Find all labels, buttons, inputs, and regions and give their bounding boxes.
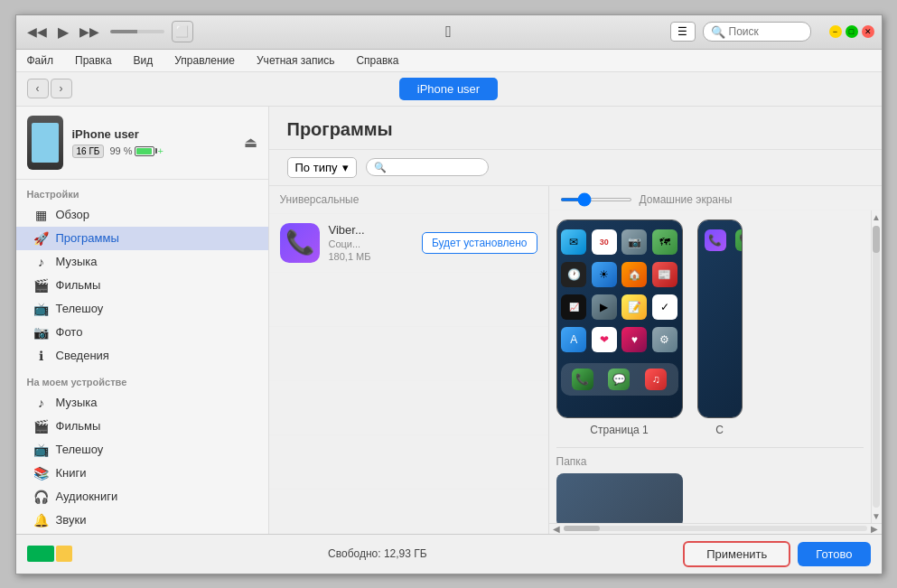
sidebar-item-info[interactable]: ℹ Сведения bbox=[16, 344, 268, 368]
phone-dock-icon[interactable]: 📞 bbox=[572, 369, 593, 390]
sidebar-item-dev-books[interactable]: 📚 Книги bbox=[16, 462, 268, 485]
app-item-viber[interactable]: 📞 Viber... Соци... 180,1 МБ Будет устано… bbox=[269, 214, 548, 273]
sidebar-item-dev-music[interactable]: ♪ Музыка bbox=[16, 391, 268, 415]
fast-forward-button[interactable]: ▶▶ bbox=[76, 23, 103, 41]
play-button[interactable]: ▶ bbox=[54, 22, 72, 42]
menu-help[interactable]: Справка bbox=[352, 52, 402, 69]
horiz-scroll-thumb[interactable] bbox=[564, 526, 600, 531]
eject-button[interactable]: ⏏ bbox=[244, 134, 257, 151]
stocks-icon[interactable]: 📈 bbox=[561, 294, 586, 320]
nav-buttons: ‹ › bbox=[27, 79, 72, 98]
sidebar-item-dev-audiobooks[interactable]: 🎧 Аудиокниги bbox=[16, 485, 268, 509]
sidebar-item-label: Фильмы bbox=[56, 278, 101, 292]
horizontal-scrollbar[interactable]: ◀ ▶ bbox=[549, 523, 882, 534]
list-view-button[interactable]: ☰ bbox=[670, 22, 696, 42]
empty-app-slot-1 bbox=[269, 273, 548, 327]
apps-search-box[interactable]: 🔍 bbox=[366, 158, 489, 176]
scroll-up-arrow[interactable]: ▲ bbox=[872, 212, 881, 222]
menu-view[interactable]: Вид bbox=[130, 52, 157, 69]
folder-preview[interactable] bbox=[556, 473, 683, 523]
music-dock-icon[interactable]: ♫ bbox=[645, 369, 667, 390]
videos-icon[interactable]: ▶ bbox=[592, 294, 617, 320]
fitness-icon[interactable]: ♥ bbox=[621, 327, 647, 352]
airplay-icon: ⬜ bbox=[175, 25, 189, 38]
health-icon[interactable]: ❤ bbox=[592, 327, 617, 352]
sidebar-item-tvshows[interactable]: 📺 Телешоу bbox=[16, 297, 268, 321]
maximize-button[interactable]: □ bbox=[846, 25, 858, 38]
scrollbar-track[interactable] bbox=[873, 226, 880, 508]
iphone-screen-2[interactable]: 📞 📞 bbox=[697, 219, 743, 418]
nav-forward-button[interactable]: › bbox=[51, 79, 72, 98]
viber-home-icon[interactable]: 📞 bbox=[705, 229, 726, 251]
search-icon: 🔍 bbox=[711, 25, 725, 39]
sidebar-item-music[interactable]: ♪ Музыка bbox=[16, 250, 268, 274]
notes-icon[interactable]: 📝 bbox=[621, 294, 647, 320]
appstore-icon[interactable]: A bbox=[561, 327, 586, 352]
content-header: Программы bbox=[269, 107, 882, 150]
camera-icon[interactable]: 📷 bbox=[621, 229, 647, 255]
news-icon[interactable]: 📰 bbox=[652, 262, 677, 287]
playback-controls: ◀◀ ▶ ▶▶ ⬜ bbox=[23, 21, 670, 42]
mail-icon[interactable]: ✉ bbox=[561, 229, 586, 255]
dev-books-icon: 📚 bbox=[34, 466, 49, 481]
folder-section: Папка bbox=[556, 447, 864, 523]
sidebar-item-dev-tvshows[interactable]: 📺 Телешоу bbox=[16, 438, 268, 462]
apply-button[interactable]: Применить bbox=[683, 541, 790, 567]
home-screens-scroll[interactable]: ✉ 30 📷 🗺 🕐 ☀ 🏠 📰 📈 bbox=[549, 210, 871, 523]
sidebar-item-dev-movies[interactable]: 🎬 Фильмы bbox=[16, 415, 268, 438]
sidebar-item-label: Книги bbox=[56, 466, 87, 480]
sidebar-item-overview[interactable]: ▦ Обзор bbox=[16, 203, 268, 227]
scroll-left-arrow[interactable]: ◀ bbox=[553, 524, 560, 534]
scroll-down-arrow[interactable]: ▼ bbox=[872, 511, 881, 521]
clock-icon[interactable]: 🕐 bbox=[561, 262, 586, 287]
minimize-button[interactable]: − bbox=[829, 25, 842, 38]
main-layout: iPhone user 16 ГБ 99 % + ⏏ Настрой bbox=[16, 107, 882, 534]
sidebar-item-label: Программы bbox=[56, 231, 119, 245]
menu-file[interactable]: Файл bbox=[23, 52, 58, 69]
screen-2-label: С bbox=[715, 424, 724, 436]
screens-zoom-slider[interactable] bbox=[560, 198, 632, 201]
menu-manage[interactable]: Управление bbox=[171, 52, 238, 69]
horiz-scroll-track[interactable] bbox=[564, 526, 867, 531]
device-tag[interactable]: iPhone user bbox=[399, 78, 498, 100]
calendar-icon[interactable]: 30 bbox=[592, 229, 617, 255]
reminders-icon[interactable]: ✓ bbox=[652, 294, 677, 320]
weather-icon[interactable]: ☀ bbox=[592, 262, 617, 287]
type-filter-select[interactable]: По типу ▾ bbox=[287, 157, 358, 178]
airplay-button[interactable]: ⬜ bbox=[172, 21, 193, 42]
storage-used-block bbox=[27, 546, 54, 562]
global-search-box[interactable]: 🔍 bbox=[703, 22, 811, 42]
apps-search-input[interactable] bbox=[390, 161, 481, 173]
menu-account[interactable]: Учетная запись bbox=[253, 52, 338, 69]
right-scrollbar[interactable]: ▲ ▼ bbox=[871, 210, 882, 523]
screen-1-label: Страница 1 bbox=[590, 424, 648, 436]
sidebar-item-label: Фильмы bbox=[56, 419, 101, 433]
menu-edit[interactable]: Правка bbox=[71, 52, 116, 69]
device-capacity: 16 ГБ bbox=[72, 145, 105, 158]
sidebar-item-dev-tones[interactable]: 🔔 Звуки bbox=[16, 509, 268, 532]
battery-percent: 99 % bbox=[109, 145, 132, 156]
sidebar-item-apps[interactable]: 🚀 Программы bbox=[16, 227, 268, 250]
iphone-screen-1[interactable]: ✉ 30 📷 🗺 🕐 ☀ 🏠 📰 📈 bbox=[556, 219, 683, 418]
sidebar-item-movies[interactable]: 🎬 Фильмы bbox=[16, 274, 268, 297]
app-action-button[interactable]: Будет установлено bbox=[422, 232, 537, 254]
screens-row: ✉ 30 📷 🗺 🕐 ☀ 🏠 📰 📈 bbox=[556, 219, 864, 436]
apps-search-icon: 🔍 bbox=[374, 162, 387, 173]
phone-home-icon[interactable]: 📞 bbox=[735, 229, 743, 251]
rewind-button[interactable]: ◀◀ bbox=[23, 23, 51, 41]
sidebar-item-photos[interactable]: 📷 Фото bbox=[16, 321, 268, 344]
done-button[interactable]: Готово bbox=[798, 542, 870, 566]
menu-bar: Файл Правка Вид Управление Учетная запис… bbox=[16, 50, 882, 72]
home-icon[interactable]: 🏠 bbox=[621, 262, 647, 287]
device-storage-row: 16 ГБ 99 % + bbox=[72, 145, 235, 158]
nav-back-button[interactable]: ‹ bbox=[27, 79, 49, 98]
filter-label: По типу bbox=[295, 161, 338, 174]
close-button[interactable]: ✕ bbox=[862, 25, 874, 38]
scrollbar-thumb[interactable] bbox=[873, 226, 880, 253]
settings-icon[interactable]: ⚙ bbox=[652, 327, 677, 352]
maps-icon[interactable]: 🗺 bbox=[652, 229, 677, 255]
global-search-input[interactable] bbox=[729, 25, 806, 38]
messages-dock-icon[interactable]: 💬 bbox=[608, 369, 630, 390]
scroll-right-arrow[interactable]: ▶ bbox=[871, 524, 878, 534]
volume-slider[interactable] bbox=[110, 30, 164, 33]
